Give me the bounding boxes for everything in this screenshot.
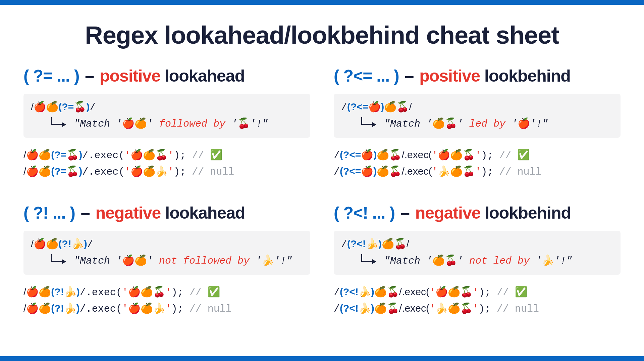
exec-call: 🍊🍒/.exec(	[377, 149, 432, 161]
exec-pre: /🍎🍊	[23, 286, 51, 298]
desc-target: 🍒	[237, 117, 250, 129]
comment-slashes: //	[497, 287, 515, 298]
q1: '	[122, 303, 128, 315]
panel-heading: ( ?! ... ) – negative lookahead	[23, 203, 310, 223]
exec-call: /.exec(	[80, 303, 122, 315]
comment-slashes: //	[499, 150, 517, 161]
exec-pre: /🍎🍊	[23, 149, 51, 161]
comment-slashes: //	[190, 287, 208, 298]
exec-arg: 🍎🍊🍒	[435, 286, 473, 298]
panel-heading: ( ?<! ... ) – negative lookbehind	[334, 203, 621, 223]
panel-positive-lookahead: ( ?= ... ) – positive lookahead /🍎🍊(?=🍒)…	[23, 66, 310, 180]
heading-dash: –	[85, 66, 94, 85]
q1: '	[429, 303, 435, 315]
desc-subject: 🍎🍊	[122, 117, 147, 129]
desc-mid: '	[457, 118, 469, 130]
polarity-label: positive	[419, 66, 480, 85]
explainer-box: /(?<=🍎)🍊🍒/ "Match '🍊🍒' led by '🍎'!"	[334, 94, 621, 138]
q2: '	[473, 287, 479, 298]
pattern-group: (?!🍌)	[58, 238, 87, 250]
exec-group: (?!🍌)	[51, 302, 79, 314]
desc-mid: '	[147, 118, 159, 130]
desc-subject: 🍎🍊	[122, 254, 147, 266]
desc-target: 🍌	[542, 254, 554, 266]
desc-post2: '!"	[274, 255, 292, 267]
exec-block: /🍎🍊(?=🍒)/.exec('🍎🍊🍒'); // ✅ /🍎🍊(?=🍒)/.ex…	[23, 147, 310, 180]
q2: '	[168, 166, 174, 178]
pattern-prefix: /	[341, 239, 347, 250]
description-line: "Match '🍊🍒' not led by '🍌'!"	[341, 253, 613, 269]
exec-line-fail: /(?<=🍎)🍊🍒/.exec('🍌🍊🍒'); // null	[334, 164, 621, 180]
exec-call: /.exec(	[80, 287, 122, 298]
polarity-label: negative	[95, 204, 161, 222]
comment-slashes: //	[499, 166, 517, 178]
q1: '	[432, 150, 438, 161]
pattern-prefix: /🍎🍊	[31, 238, 58, 250]
exec-block: /(?<!🍌)🍊🍒/.exec('🍎🍊🍒'); // ✅ /(?<!🍌)🍊🍒/.…	[334, 284, 621, 317]
description-line: "Match '🍊🍒' led by '🍎'!"	[341, 116, 613, 132]
exec-tail: );	[479, 303, 497, 315]
exec-tail: );	[171, 303, 190, 315]
exec-tail: );	[479, 287, 497, 298]
heading-dash: –	[405, 66, 414, 85]
pattern-group: (?=🍒)	[58, 101, 90, 112]
explainer-box: /(?<!🍌)🍊🍒/ "Match '🍊🍒' not led by '🍌'!"	[334, 231, 621, 275]
syntax-token: ( ?= ... )	[23, 66, 79, 85]
exec-arg: 🍎🍊🍒	[130, 149, 168, 161]
q2: '	[475, 166, 481, 178]
desc-condition: not followed by	[159, 255, 250, 267]
exec-group: (?<=🍎)	[340, 149, 377, 161]
pattern-suffix: /	[87, 239, 93, 250]
kind-label: lookahead	[165, 66, 245, 85]
pattern-suffix: 🍊🍒/	[384, 101, 412, 112]
desc-condition: not led by	[469, 255, 530, 267]
polarity-label: negative	[415, 204, 481, 222]
explainer-box: /🍎🍊(?=🍒)/ "Match '🍎🍊' followed by '🍒'!"	[23, 94, 310, 138]
exec-line-pass: /🍎🍊(?!🍌)/.exec('🍎🍊🍒'); // ✅	[23, 284, 310, 301]
exec-line-fail: /🍎🍊(?!🍌)/.exec('🍎🍊🍌'); // null	[23, 301, 310, 317]
desc-subject: 🍊🍒	[432, 117, 457, 129]
heading-dash: –	[81, 204, 90, 222]
result-null: null	[515, 303, 539, 315]
description-line: "Match '🍎🍊' followed by '🍒'!"	[31, 116, 303, 132]
exec-tail: );	[481, 150, 499, 161]
polarity-label: positive	[100, 66, 160, 85]
kind-label: lookbehind	[485, 204, 571, 222]
comment-slashes: //	[192, 150, 210, 161]
pattern-line: /🍎🍊(?=🍒)/	[31, 99, 303, 116]
panels-grid: ( ?= ... ) – positive lookahead /🍎🍊(?=🍒)…	[23, 66, 621, 317]
exec-line-pass: /(?<=🍎)🍊🍒/.exec('🍎🍊🍒'); // ✅	[334, 147, 621, 164]
exec-group: (?!🍌)	[51, 286, 79, 298]
result-null: null	[208, 303, 232, 315]
q1: '	[432, 166, 438, 178]
exec-group: (?=🍒)	[51, 149, 82, 161]
exec-pre: /	[334, 166, 340, 178]
desc-mid: '	[457, 255, 469, 267]
panel-heading: ( ?= ... ) – positive lookahead	[23, 66, 310, 86]
desc-pre: "Match '	[384, 255, 432, 267]
description-line: "Match '🍎🍊' not followed by '🍌'!"	[31, 253, 303, 269]
explainer-box: /🍎🍊(?!🍌)/ "Match '🍎🍊' not followed by '🍌…	[23, 231, 310, 275]
desc-condition: followed by	[159, 118, 225, 130]
exec-pre: /	[334, 303, 340, 315]
q1: '	[429, 287, 435, 298]
result-null: null	[517, 166, 541, 178]
desc-target: 🍎	[518, 117, 530, 129]
syntax-token: ( ?<! ... )	[334, 204, 395, 222]
pattern-suffix: /	[90, 102, 96, 113]
q2: '	[475, 150, 481, 161]
check-icon: ✅	[517, 149, 530, 161]
desc-pre: "Match '	[384, 118, 432, 130]
exec-line-pass: /🍎🍊(?=🍒)/.exec('🍎🍊🍒'); // ✅	[23, 147, 310, 164]
exec-group: (?<!🍌)	[340, 302, 374, 314]
exec-call: /.exec(	[82, 150, 124, 161]
exec-call: 🍊🍒/.exec(	[377, 165, 432, 177]
desc-mid: '	[147, 255, 159, 267]
pattern-suffix: 🍊🍒/	[382, 238, 409, 250]
panel-negative-lookbehind: ( ?<! ... ) – negative lookbehind /(?<!🍌…	[334, 203, 621, 317]
result-null: null	[210, 166, 234, 178]
pattern-group: (?<=🍎)	[347, 101, 384, 112]
exec-arg: 🍎🍊🍒	[438, 149, 475, 161]
heading-dash: –	[400, 204, 410, 222]
check-icon: ✅	[515, 286, 527, 298]
